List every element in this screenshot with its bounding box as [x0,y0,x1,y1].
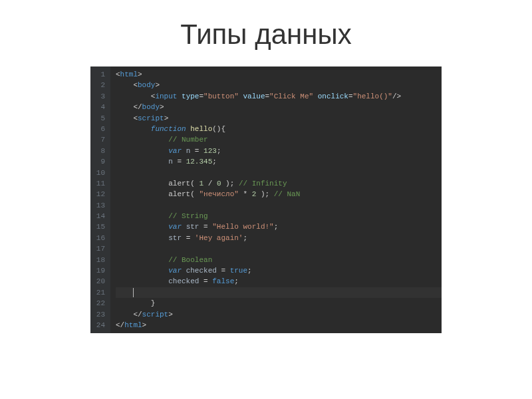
code-area: <html> <body> <input type="button" value… [110,66,442,333]
line-number: 13 [94,200,105,211]
code-line [116,200,442,211]
line-number: 15 [94,221,105,232]
line-number: 9 [94,156,105,167]
code-line: checked = false; [116,276,442,287]
code-line: // Number [116,134,442,145]
line-number: 21 [94,287,105,298]
line-number: 22 [94,298,105,309]
line-number: 12 [94,189,105,200]
code-editor: 123456789101112131415161718192021222324 … [90,66,442,333]
code-line: <script> [116,113,442,124]
code-line: alert( 1 / 0 ); // Infinity [116,178,442,189]
line-number: 16 [94,233,105,243]
code-line: <html> [116,69,442,80]
line-number: 3 [94,91,105,102]
code-line: <body> [116,80,442,90]
code-line: alert( "нечисло" * 2 ); // NaN [116,189,442,200]
line-number: 8 [94,146,105,156]
line-number: 7 [94,134,105,145]
line-number: 5 [94,113,105,124]
line-number: 19 [94,265,105,276]
code-line: var str = "Hello world!"; [116,221,442,232]
line-number: 2 [94,80,105,90]
code-line [116,168,442,178]
code-line: // String [116,211,442,221]
code-line: function hello(){ [116,124,442,134]
line-number: 4 [94,102,105,112]
line-number: 1 [94,69,105,80]
line-number: 23 [94,309,105,320]
code-line: var n = 123; [116,146,442,156]
line-number: 20 [94,276,105,287]
code-line: } [116,298,442,309]
code-line: <input type="button" value="Click Me" on… [116,91,442,102]
code-line: var checked = true; [116,265,442,276]
code-line: </body> [116,102,442,112]
code-line [116,287,442,298]
line-number: 6 [94,124,105,134]
line-number-gutter: 123456789101112131415161718192021222324 [90,66,110,333]
line-number: 17 [94,243,105,254]
code-line: n = 12.345; [116,156,442,167]
line-number: 10 [94,168,105,178]
line-number: 24 [94,320,105,331]
text-cursor [133,288,134,297]
line-number: 18 [94,255,105,265]
code-line [116,243,442,254]
line-number: 11 [94,178,105,189]
code-line: </html> [116,320,442,331]
code-line: str = 'Hey again'; [116,233,442,243]
code-line: // Boolean [116,255,442,265]
slide-title: Типы данных [0,0,532,66]
code-line: </script> [116,309,442,320]
line-number: 14 [94,211,105,221]
